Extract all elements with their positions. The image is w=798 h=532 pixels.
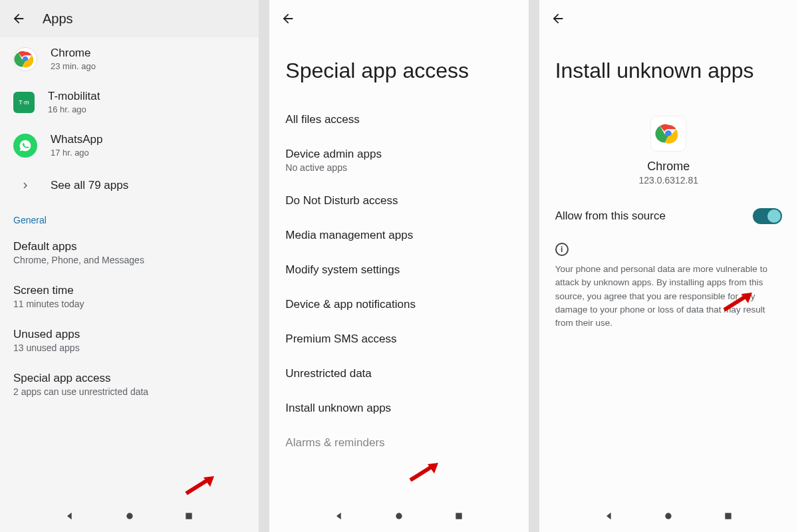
nav-back-icon[interactable]	[603, 510, 615, 522]
allow-source-toggle[interactable]	[753, 208, 782, 224]
svg-point-1	[126, 513, 132, 519]
see-all-label: See all 79 apps	[51, 179, 128, 192]
topbar: Apps	[0, 0, 259, 37]
svg-rect-4	[456, 513, 462, 519]
nav-recent-icon[interactable]	[453, 510, 465, 522]
setting-unused-apps[interactable]: Unused apps 13 unused apps	[0, 319, 259, 362]
page-title: Install unknown apps	[539, 37, 798, 102]
info-icon: i	[555, 243, 569, 256]
item-premium-sms[interactable]: Premium SMS access	[269, 322, 528, 356]
android-navbar	[269, 500, 528, 532]
content: Install unknown apps Chrome 123.0.6312.8…	[539, 37, 798, 500]
allow-from-source-row[interactable]: Allow from this source	[539, 198, 798, 235]
topbar	[539, 0, 798, 37]
android-navbar	[539, 500, 798, 532]
svg-rect-7	[725, 513, 731, 519]
setting-special-app-access[interactable]: Special app access 2 apps can use unrest…	[0, 362, 259, 406]
nav-home-icon[interactable]	[124, 510, 136, 522]
tmobilitat-icon: T·m	[13, 92, 35, 113]
info-text: Your phone and personal data are more vu…	[555, 263, 782, 330]
item-device-app-notifications[interactable]: Device & app notifications	[269, 287, 528, 322]
setting-screen-time[interactable]: Screen time 11 minutes today	[0, 275, 259, 319]
back-icon[interactable]	[11, 11, 27, 27]
toggle-label: Allow from this source	[555, 209, 666, 223]
svg-point-6	[666, 513, 672, 519]
app-version: 123.0.6312.81	[639, 175, 699, 186]
see-all-apps[interactable]: See all 79 apps	[0, 167, 259, 204]
app-row-whatsapp[interactable]: WhatsApp 17 hr. ago	[0, 124, 259, 167]
app-row-chrome[interactable]: Chrome 23 min. ago	[0, 37, 259, 80]
item-device-admin-apps[interactable]: Device admin apps No active apps	[269, 137, 528, 184]
svg-rect-2	[186, 513, 192, 519]
nav-back-icon[interactable]	[64, 510, 76, 522]
app-name: WhatsApp	[51, 133, 102, 146]
chrome-icon	[13, 47, 37, 71]
page-title: Apps	[43, 11, 73, 27]
app-name: Chrome	[51, 47, 96, 60]
topbar	[269, 0, 528, 37]
item-all-files-access[interactable]: All files access	[269, 102, 528, 137]
chevron-right-icon	[13, 180, 37, 192]
back-icon[interactable]	[280, 11, 296, 27]
app-sub: 16 hr. ago	[48, 104, 100, 114]
install-unknown-apps-screen: Install unknown apps Chrome 123.0.6312.8…	[539, 0, 798, 532]
app-name: T-mobilitat	[48, 90, 100, 103]
chrome-icon	[650, 116, 686, 152]
item-media-management[interactable]: Media management apps	[269, 218, 528, 253]
special-app-access-screen: Special app access All files access Devi…	[269, 0, 528, 532]
back-icon[interactable]	[550, 11, 566, 27]
nav-back-icon[interactable]	[333, 510, 345, 522]
app-name: Chrome	[647, 160, 690, 174]
app-sub: 23 min. ago	[51, 61, 96, 71]
setting-default-apps[interactable]: Default apps Chrome, Phone, and Messages	[0, 231, 259, 275]
android-navbar	[0, 500, 259, 532]
item-alarms-reminders[interactable]: Alarms & reminders	[269, 426, 528, 460]
nav-recent-icon[interactable]	[722, 510, 734, 522]
item-modify-system-settings[interactable]: Modify system settings	[269, 253, 528, 287]
app-row-tmobilitat[interactable]: T·m T-mobilitat 16 hr. ago	[0, 80, 259, 124]
svg-point-3	[396, 513, 402, 519]
nav-home-icon[interactable]	[662, 510, 674, 522]
item-install-unknown-apps[interactable]: Install unknown apps	[269, 391, 528, 426]
nav-recent-icon[interactable]	[183, 510, 195, 522]
whatsapp-icon	[13, 134, 37, 158]
app-sub: 17 hr. ago	[51, 148, 102, 158]
nav-home-icon[interactable]	[393, 510, 405, 522]
item-dnd-access[interactable]: Do Not Disturb access	[269, 184, 528, 218]
page-title: Special app access	[269, 37, 528, 102]
content: Chrome 23 min. ago T·m T-mobilitat 16 hr…	[0, 37, 259, 500]
info-section: i Your phone and personal data are more …	[539, 235, 798, 338]
content: Special app access All files access Devi…	[269, 37, 528, 500]
app-detail: Chrome 123.0.6312.81	[539, 102, 798, 198]
apps-settings-screen: Apps Chrome 23 min. ago T·m T-mobilitat …	[0, 0, 259, 532]
item-unrestricted-data[interactable]: Unrestricted data	[269, 356, 528, 391]
section-general: General	[0, 204, 259, 231]
